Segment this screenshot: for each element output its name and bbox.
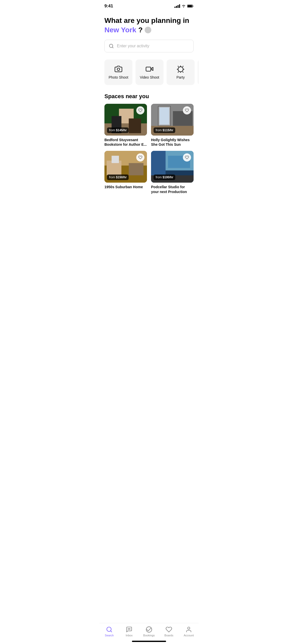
wifi-icon <box>182 5 186 8</box>
category-meeting[interactable]: Meeting <box>198 60 199 85</box>
city-name: New York <box>104 26 136 34</box>
space-image-podcellar: from $100/hr <box>151 151 194 183</box>
space-name-suburban: 1950s Suburban Home <box>104 185 147 189</box>
space-card-suburban[interactable]: from $150/hr 1950s Suburban Home <box>104 151 147 194</box>
category-party[interactable]: Party <box>167 60 195 85</box>
status-time: 9:41 <box>104 4 113 9</box>
video-shoot-label: Video Shoot <box>140 75 159 79</box>
space-card-bedford[interactable]: from $145/hr Bedford Stuyvesant Bookstor… <box>104 104 147 147</box>
svg-point-5 <box>117 68 120 70</box>
headline-block: What are you planning in New York ? <box>104 16 194 34</box>
location-dot[interactable] <box>145 27 151 33</box>
disco-ball-icon <box>177 65 184 73</box>
space-image-suburban: from $150/hr <box>104 151 147 183</box>
favorite-btn-bedford[interactable] <box>136 106 144 114</box>
spaces-grid: from $145/hr Bedford Stuyvesant Bookstor… <box>104 104 194 194</box>
svg-rect-6 <box>117 67 117 67</box>
camera-icon <box>115 65 122 73</box>
category-video-shoot[interactable]: Video Shoot <box>136 60 164 85</box>
space-card-holly[interactable]: from $115/hr Holly Golightly Wishes She … <box>151 104 194 147</box>
svg-rect-37 <box>112 156 119 163</box>
space-image-holly: from $115/hr <box>151 104 194 136</box>
heart-icon <box>185 108 189 112</box>
battery-icon <box>187 5 194 8</box>
svg-rect-1 <box>188 5 192 7</box>
categories-row: Photo Shoot Video Shoot Party <box>99 60 199 87</box>
heart-icon <box>185 155 189 159</box>
space-name-holly: Holly Golightly Wishes She Got This Sun <box>151 138 194 147</box>
party-label: Party <box>177 75 185 79</box>
spaces-section-title: Spaces near you <box>104 93 194 100</box>
signal-icon <box>174 4 180 8</box>
space-card-podcellar[interactable]: from $100/hr Podcellar Studio for your n… <box>151 151 194 194</box>
question-mark: ? <box>138 26 143 34</box>
favorite-btn-holly[interactable] <box>183 106 191 114</box>
svg-rect-30 <box>159 107 169 124</box>
svg-rect-7 <box>146 67 151 71</box>
price-badge-bedford: from $145/hr <box>107 127 129 133</box>
svg-point-8 <box>178 67 183 72</box>
space-image-bedford: from $145/hr <box>104 104 147 136</box>
price-badge-holly: from $115/hr <box>154 127 175 133</box>
search-placeholder: Enter your activity <box>117 44 149 48</box>
price-badge-suburban: from $150/hr <box>107 174 129 180</box>
heart-icon <box>138 108 142 112</box>
space-name-bedford: Bedford Stuyvesant Bookstore for Author … <box>104 138 147 147</box>
photo-shoot-label: Photo Shoot <box>109 75 128 79</box>
category-photo-shoot[interactable]: Photo Shoot <box>104 60 132 85</box>
svg-line-4 <box>112 47 113 48</box>
svg-rect-27 <box>129 118 141 133</box>
svg-rect-36 <box>129 163 144 175</box>
video-camera-icon <box>146 65 153 73</box>
svg-line-14 <box>178 72 178 72</box>
main-content: What are you planning in New York ? Ente… <box>99 11 199 225</box>
search-bar[interactable]: Enter your activity <box>104 40 194 52</box>
search-icon <box>109 43 114 49</box>
space-name-podcellar: Podcellar Studio for your next Productio… <box>151 185 194 194</box>
heart-icon <box>138 155 142 159</box>
status-bar: 9:41 <box>99 0 199 11</box>
status-icons <box>174 4 194 8</box>
price-badge-podcellar: from $100/hr <box>154 174 175 180</box>
svg-line-10 <box>178 66 178 67</box>
favorite-btn-suburban[interactable] <box>136 153 144 162</box>
headline-line2: New York ? <box>104 26 194 34</box>
favorite-btn-podcellar[interactable] <box>183 153 191 162</box>
headline-line1: What are you planning in <box>104 16 194 25</box>
svg-rect-2 <box>193 6 193 7</box>
svg-line-11 <box>183 66 183 67</box>
svg-line-16 <box>183 72 183 72</box>
